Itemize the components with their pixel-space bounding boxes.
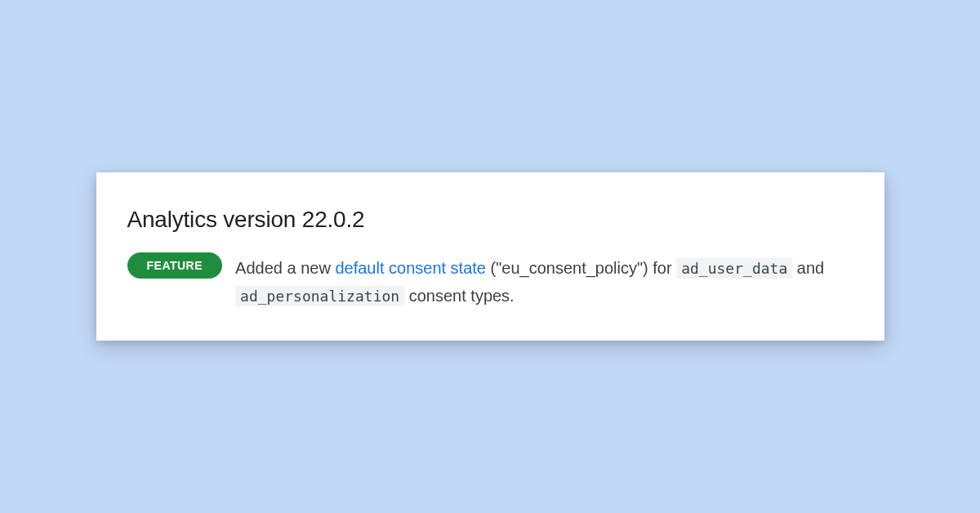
feature-badge: FEATURE — [127, 252, 223, 279]
card-heading: Analytics version 22.0.2 — [127, 207, 853, 233]
card-content-row: FEATURE Added a new default consent stat… — [127, 252, 853, 310]
description-text: Added a new — [235, 259, 335, 277]
description-text: and — [792, 259, 824, 277]
description-text: consent types. — [404, 287, 514, 305]
feature-description: Added a new default consent state ("eu_c… — [235, 254, 853, 310]
default-consent-state-link[interactable]: default consent state — [335, 259, 486, 277]
description-text: ("eu_consent_policy") for — [486, 259, 676, 277]
code-ad-user-data: ad_user_data — [676, 258, 792, 279]
code-ad-personalization: ad_personalization — [235, 286, 404, 306]
release-note-card: Analytics version 22.0.2 FEATURE Added a… — [96, 172, 884, 341]
